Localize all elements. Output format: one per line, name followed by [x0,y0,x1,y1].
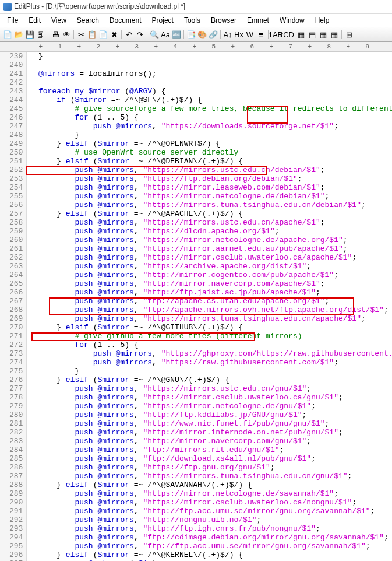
code-line[interactable]: push @mirrors, "http://ftp.acc.umu.se/mi… [29,507,392,516]
code-line[interactable]: push @mirrors, "https://mirrors.ustc.edu… [29,218,392,227]
code-line[interactable]: push @mirrors, "http://nongnu.uib.no/$1"… [29,516,392,524]
code-line[interactable]: push @mirrors, "http://mirror.navercorp.… [29,279,392,288]
toolbar-button[interactable]: 2CD [281,29,292,40]
code-line[interactable]: push @mirrors, "https://mirror.csclub.uw… [29,253,392,262]
code-line[interactable]: push @mirrors, "https://raw.githubuserco… [29,358,392,367]
code-line[interactable]: } elsif ($mirror =~ /^\@DEBIAN\/(.+)$/) … [29,157,392,166]
code-line[interactable]: } elsif ($mirror =~ /^\@APACHE\/(.+)$/) … [29,209,392,218]
code-line[interactable]: } elsif ($mirror =~ /^\@SAVANNAH\/(.+)$/… [29,481,392,489]
code-line[interactable]: # give github a few more tries (differen… [29,332,392,341]
code-line[interactable] [29,78,392,87]
code-line[interactable]: push @mirrors, "https://ftp.gnu.org/gnu/… [29,463,392,472]
code-line[interactable]: push @mirrors, "https://mirrors.ustc.edu… [29,384,392,393]
toolbar-button[interactable]: 🖶 [50,29,61,40]
code-line[interactable]: push @mirrors, "https://mirror.csclub.uw… [29,498,392,507]
toolbar-button[interactable]: 🎨 [197,29,207,40]
code-line[interactable]: push @mirrors, "https://ftp.debian.org/d… [29,174,392,183]
toolbar-button[interactable]: ↶ [123,29,134,40]
code-line[interactable]: push @mirrors, "https://archive.apache.o… [29,262,392,271]
code-line[interactable]: push @mirrors, "http://ftp.igh.cnrs.fr/p… [29,524,392,533]
code-line[interactable]: push @mirrors, "https://ghproxy.com/http… [29,349,392,358]
code-line[interactable]: push @mirrors, "ftp://download.xs4all.nl… [29,454,392,463]
code-line[interactable]: if ($mirror =~ /^\@SF\/(.+)$/) { [29,96,392,104]
toolbar-button[interactable]: 🗐 [36,29,46,40]
code-line[interactable]: push @mirrors, "ftp://mirrors.rit.edu/gn… [29,446,392,454]
toolbar-button[interactable]: ▤ [307,29,317,40]
toolbar-button[interactable]: 🔤 [171,29,182,40]
code-line[interactable]: push @mirrors, "ftp://apache.cs.utah.edu… [29,297,392,306]
toolbar-button[interactable]: 📋 [87,29,97,40]
toolbar-button[interactable]: 📂 [13,29,24,40]
code-line[interactable]: } elsif ($mirror =~ /^\@GITHUB\/(.+)$/) … [29,323,392,332]
code-area[interactable]: } @mirrors = localmirrors(); foreach my … [27,52,392,561]
code-line[interactable]: push @mirrors, "https://mirror.csclub.uw… [29,393,392,402]
code-line[interactable]: } elsif ($mirror =~ /^\@GNU\/(.+)$/) { [29,376,392,384]
menu-edit[interactable]: Edit [24,15,45,26]
code-line[interactable]: push @mirrors, "https://downloads.source… [29,122,392,131]
code-line[interactable]: push @mirrors, "https://mirrors.tuna.tsi… [29,201,392,209]
menu-emmet[interactable]: Emmet [242,15,274,26]
code-line[interactable]: } [29,52,392,61]
menu-project[interactable]: Project [147,15,178,26]
toolbar-button[interactable]: ✖ [109,29,119,40]
toolbar-button[interactable]: ⊞ [344,29,354,40]
toolbar-button[interactable]: 🔗 [208,29,218,40]
code-line[interactable]: } elsif ($mirror =~ /^\@KERNEL\/(.+)$/) … [29,551,392,559]
toolbar-button[interactable]: ≡ [256,29,266,40]
toolbar-button[interactable]: W [245,29,255,40]
toolbar-button[interactable]: ✂ [76,29,86,40]
code-line[interactable]: push @mirrors, "https://mirror.netcologn… [29,489,392,498]
code-line[interactable]: # use OpenWrt source server directly [29,148,392,157]
menu-file[interactable]: File [2,15,23,26]
toolbar-separator [147,30,147,39]
code-line[interactable] [29,61,392,69]
code-line[interactable]: push @mirrors, "ftp://apache.mirrors.ovh… [29,306,392,314]
code-line[interactable]: for (1 .. 5) { [29,113,392,122]
toolbar-button[interactable]: Aa [160,29,171,40]
code-line[interactable]: push @mirrors, "http://ftp.jaist.ac.jp/p… [29,288,392,297]
toolbar-button[interactable]: 👁 [61,29,72,40]
toolbar-button[interactable]: 📄 [98,29,108,40]
code-line[interactable]: } [29,131,392,139]
code-line[interactable]: } elsif ($mirror =~ /^\@OPENWRT$/) { [29,139,392,148]
code-line[interactable]: } [29,367,392,376]
code-line[interactable]: push @mirrors, "https://mirrors.tuna.tsi… [29,314,392,323]
code-line[interactable]: push @mirrors, "https://mirror.netcologn… [29,192,392,201]
code-line[interactable]: push @mirrors, "http://www.nic.funet.fi/… [29,419,392,428]
toolbar-button[interactable]: 📄 [2,29,13,40]
code-line[interactable]: push @mirrors, "https://mirrors.tuna.tsi… [29,472,392,481]
code-line[interactable]: # give sourceforge a few more tries, bec… [29,104,392,113]
toolbar-button[interactable]: ↷ [135,29,145,40]
toolbar-button[interactable]: ▦ [318,29,329,40]
code-line[interactable]: for (1 .. 5) { [29,341,392,349]
toolbar-button[interactable]: ▦ [329,29,340,40]
toolbar-button[interactable]: A↕ [223,29,233,40]
menu-window[interactable]: Window [275,15,309,26]
code-line[interactable]: push @mirrors, "https://dlcdn.apache.org… [29,227,392,236]
code-line[interactable]: push @mirrors, "https://mirror.netcologn… [29,402,392,411]
code-line[interactable]: push @mirrors, "http://mirror.cogentco.c… [29,271,392,279]
menu-view[interactable]: View [47,15,71,26]
menu-search[interactable]: Search [72,15,104,26]
code-line[interactable]: @mirrors = localmirrors(); [29,69,392,78]
code-line[interactable]: foreach my $mirror (@ARGV) { [29,87,392,96]
toolbar-button[interactable]: Hx [234,29,244,40]
code-line[interactable]: push @mirrors, "http://ftp.kddilabs.jp/G… [29,411,392,419]
code-line[interactable]: push @mirrors, "https://mirrors.ustc.edu… [29,166,392,174]
code-line[interactable]: push @mirrors, "ftp://ftp.acc.umu.se/mir… [29,542,392,551]
toolbar-button[interactable]: 🔍 [149,29,160,40]
code-line[interactable]: push @mirrors, "http://mirror.navercorp.… [29,437,392,446]
code-line[interactable]: push @mirrors, "ftp://cdimage.debian.org… [29,533,392,542]
editor[interactable]: 239240241242-243-244245-246247248-249250… [0,52,392,561]
code-line[interactable]: push @mirrors, "https://mirror.aarnet.ed… [29,244,392,253]
toolbar-button[interactable]: 📑 [186,29,196,40]
toolbar-button[interactable]: ▦ [296,29,306,40]
menu-tools[interactable]: Tools [179,15,205,26]
toolbar-button[interactable]: 💾 [24,29,35,40]
menu-document[interactable]: Document [105,15,146,26]
code-line[interactable]: push @mirrors, "https://mirror.leaseweb.… [29,183,392,192]
code-line[interactable]: push @mirrors, "https://mirror.netcologn… [29,236,392,244]
menu-browser[interactable]: Browser [206,15,241,26]
menu-help[interactable]: Help [310,15,334,26]
code-line[interactable]: push @mirrors, "http://mirror.internode.… [29,428,392,437]
